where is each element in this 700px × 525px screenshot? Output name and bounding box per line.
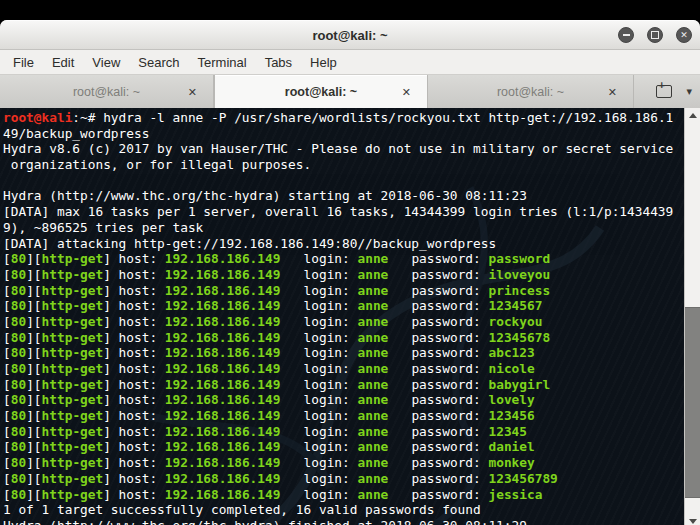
terminal-line: [DATA] max 16 tasks per 1 server, overal… [3,204,685,220]
menu-view[interactable]: View [83,53,129,72]
terminal-line: root@kali:~# hydra -l anne -P /usr/share… [3,110,685,126]
terminal-line: [80][http-get] host: 192.168.186.149 log… [3,251,685,267]
minimize-button[interactable] [618,27,634,43]
terminal-line: [80][http-get] host: 192.168.186.149 log… [3,330,685,346]
terminal-line [3,173,685,189]
terminal-line: [80][http-get] host: 192.168.186.149 log… [3,298,685,314]
terminal-line: [80][http-get] host: 192.168.186.149 log… [3,345,685,361]
scroll-down-icon [689,519,697,524]
menu-tabs[interactable]: Tabs [256,53,301,72]
maximize-icon [651,31,659,39]
tab-2-active[interactable]: root@kali: ~✕ [214,75,428,108]
terminal-line: [80][http-get] host: 192.168.186.149 log… [3,408,685,424]
terminal-line: [80][http-get] host: 192.168.186.149 log… [3,392,685,408]
terminal-screen[interactable]: root@kali:~# hydra -l anne -P /usr/share… [0,108,700,525]
scroll-down-button[interactable] [685,514,700,525]
window-title: root@kali: ~ [312,28,387,43]
terminal-line: [80][http-get] host: 192.168.186.149 log… [3,283,685,299]
terminal-line: 49/backup_wordpress [3,126,685,142]
tab-close-icon[interactable]: ✕ [608,85,617,98]
terminal-line: [80][http-get] host: 192.168.186.149 log… [3,377,685,393]
minimize-icon [623,34,630,36]
terminal-line: [80][http-get] host: 192.168.186.149 log… [3,267,685,283]
terminal-line: [80][http-get] host: 192.168.186.149 log… [3,439,685,455]
desktop-background: root@kali: ~ ✕ FileEditViewSearchTermina… [0,0,700,525]
terminal-line: organizations, or for illegal purposes. [3,157,685,173]
tab-close-icon[interactable]: ✕ [188,85,197,98]
tab-3[interactable]: root@kali: ~✕ [428,75,634,108]
window-buttons: ✕ [618,21,692,49]
terminal-output: root@kali:~# hydra -l anne -P /usr/share… [0,108,685,525]
menu-edit[interactable]: Edit [43,53,83,72]
scroll-up-button[interactable] [685,108,700,122]
close-icon: ✕ [680,31,688,40]
terminal-line: [DATA] attacking http-get://192.168.186.… [3,236,685,252]
menu-search[interactable]: Search [129,53,188,72]
tab-label: root@kali: ~ [73,85,140,99]
tab-label: root@kali: ~ [497,85,564,99]
terminal-line: 1 of 1 target successfully completed, 16… [3,502,685,518]
terminal-line: [80][http-get] host: 192.168.186.149 log… [3,424,685,440]
scrollbar[interactable] [684,108,700,525]
terminal-line: Hydra (http://www.thc.org/thc-hydra) fin… [3,518,685,525]
menu-terminal[interactable]: Terminal [189,53,256,72]
tab-list-dropdown-icon[interactable]: ▾ [686,85,692,98]
close-button[interactable]: ✕ [676,27,692,43]
tab-1[interactable]: root@kali: ~✕ [0,75,214,108]
tab-controls: ▾ [634,75,700,108]
terminal-window: root@kali: ~ ✕ FileEditViewSearchTermina… [0,20,700,525]
new-tab-icon[interactable] [656,85,672,98]
maximize-button[interactable] [647,27,663,43]
menu-bar: FileEditViewSearchTerminalTabsHelp [0,50,700,75]
tab-close-icon[interactable]: ✕ [402,85,411,98]
menu-file[interactable]: File [4,53,43,72]
scrollbar-thumb[interactable] [685,307,700,498]
scroll-up-icon [689,113,697,118]
titlebar: root@kali: ~ ✕ [0,20,700,50]
tab-label: root@kali: ~ [285,85,357,99]
terminal-line: 9), ~896525 tries per task [3,220,685,236]
terminal-line: [80][http-get] host: 192.168.186.149 log… [3,455,685,471]
terminal-line: Hydra (http://www.thc.org/thc-hydra) sta… [3,188,685,204]
terminal-line: [80][http-get] host: 192.168.186.149 log… [3,361,685,377]
terminal-line: Hydra v8.6 (c) 2017 by van Hauser/THC - … [3,141,685,157]
menu-help[interactable]: Help [301,53,346,72]
terminal-line: [80][http-get] host: 192.168.186.149 log… [3,471,685,487]
terminal-line: [80][http-get] host: 192.168.186.149 log… [3,314,685,330]
tab-bar: root@kali: ~✕root@kali: ~✕root@kali: ~✕ … [0,75,700,108]
terminal-line: [80][http-get] host: 192.168.186.149 log… [3,487,685,503]
